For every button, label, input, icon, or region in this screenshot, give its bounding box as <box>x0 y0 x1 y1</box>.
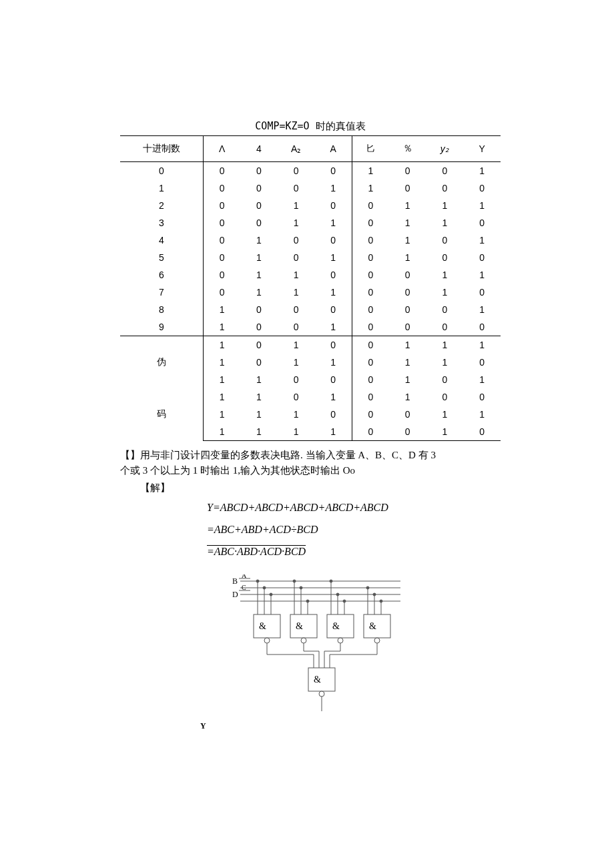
cell: 0 <box>426 301 464 318</box>
table-row: 码11010100 <box>120 388 501 406</box>
cell: 1 <box>463 197 501 214</box>
cell: 0 <box>426 318 464 336</box>
cell: 1 <box>315 318 352 336</box>
cell: 0 <box>240 336 278 354</box>
cell: 0 <box>389 406 426 423</box>
table-row: 701110010 <box>120 284 501 301</box>
cell: 1 <box>426 266 464 284</box>
cell: 1 <box>204 406 241 423</box>
nand-gate-3: & <box>327 580 354 643</box>
table-row: 910010000 <box>120 318 501 336</box>
header-y1: y₂ <box>426 136 464 162</box>
cell: 0 <box>463 388 501 406</box>
cell: 1 <box>204 388 241 406</box>
cell: 1 <box>426 423 464 441</box>
cell: 0 <box>240 301 278 318</box>
cell: 0 <box>278 388 315 406</box>
cell: 0 <box>389 284 426 301</box>
truth-table: 十进制数 Λ 4 A₂ A 匕 ％ y₂ Y 00000100110001100… <box>120 135 501 441</box>
svg-rect-33 <box>364 614 390 638</box>
cell: 1 <box>204 336 241 354</box>
nand-circuit-svg: B D A C & & <box>214 574 407 715</box>
cell: 1 <box>204 318 241 336</box>
cell: 0 <box>352 318 389 336</box>
table-row: 200100111 <box>120 197 501 214</box>
header-a0: A <box>315 136 352 162</box>
cell: 0 <box>352 232 389 249</box>
svg-point-34 <box>374 638 380 643</box>
cell: 1 <box>204 301 241 318</box>
cell: 5 <box>120 249 204 266</box>
cell: 1 <box>240 388 278 406</box>
cell: 0 <box>352 406 389 423</box>
cell: 1 <box>352 179 389 197</box>
cell: 3 <box>120 214 204 232</box>
cell: 1 <box>240 406 278 423</box>
cell: 0 <box>240 197 278 214</box>
cell: 1 <box>315 284 352 301</box>
cell: 0 <box>352 336 389 354</box>
cell: 1 <box>240 284 278 301</box>
cell: 0 <box>426 388 464 406</box>
svg-point-10 <box>256 580 259 582</box>
cell: 0 <box>352 284 389 301</box>
cell: 0 <box>463 249 501 266</box>
cell: 2 <box>120 197 204 214</box>
svg-point-32 <box>343 600 346 602</box>
cell: 0 <box>352 266 389 284</box>
cell: 0 <box>278 232 315 249</box>
cell: 1 <box>315 423 352 441</box>
table-row: 401000101 <box>120 232 501 249</box>
bus-label-c: C <box>242 584 246 591</box>
cell: 0 <box>426 249 464 266</box>
cell: 0 <box>240 179 278 197</box>
svg-point-28 <box>330 580 332 582</box>
cell: 1 <box>389 249 426 266</box>
cell: 0 <box>204 179 241 197</box>
cell: 0 <box>315 232 352 249</box>
cell: 1 <box>315 214 352 232</box>
cell: 0 <box>352 301 389 318</box>
cell: 1 <box>204 423 241 441</box>
table-row: 伪10100111 <box>120 336 501 354</box>
svg-point-25 <box>338 638 343 643</box>
cell: 0 <box>389 301 426 318</box>
header-y2: ％ <box>389 136 426 162</box>
bus-label-b: B <box>232 576 238 586</box>
cell: 9 <box>120 318 204 336</box>
cell: 1 <box>278 266 315 284</box>
problem-line1: 【】用与非门设计四变量的多数表决电路. 当输入变量 A、B、C、D 有 3 <box>120 450 436 460</box>
equation-3: =ABC·ABD·ACD·BCD <box>207 546 306 557</box>
table-title: COMP=KZ=O 时的真值表 <box>120 120 501 133</box>
svg-point-30 <box>336 593 339 596</box>
cell: 0 <box>389 179 426 197</box>
cell: 0 <box>204 214 241 232</box>
cell: 0 <box>352 249 389 266</box>
svg-point-14 <box>270 593 272 596</box>
cell: 0 <box>120 162 204 180</box>
cell: 1 <box>278 354 315 371</box>
cell: 0 <box>315 162 352 180</box>
label-ma: 码 <box>120 388 204 441</box>
svg-point-21 <box>300 586 302 589</box>
svg-rect-15 <box>290 614 317 638</box>
svg-text:&: & <box>332 621 340 631</box>
cell: 1 <box>278 197 315 214</box>
header-a3: Λ <box>204 136 241 162</box>
problem-line2: 个或 3 个以上为 1 时输出 1,输入为其他状态时输出 Oo <box>120 465 355 476</box>
header-a2: 4 <box>240 136 278 162</box>
table-row: 000001001 <box>120 162 501 180</box>
cell: 1 <box>278 336 315 354</box>
bus-label-a: A <box>242 574 247 579</box>
svg-text:&: & <box>296 621 303 631</box>
cell: 0 <box>352 214 389 232</box>
header-a1: A₂ <box>278 136 315 162</box>
cell: 0 <box>315 336 352 354</box>
svg-point-7 <box>264 638 270 643</box>
table-row: 100011000 <box>120 179 501 197</box>
cell: 0 <box>352 388 389 406</box>
cell: 0 <box>463 214 501 232</box>
cell: 0 <box>278 249 315 266</box>
label-wei: 伪 <box>120 336 204 389</box>
cell: 0 <box>389 162 426 180</box>
